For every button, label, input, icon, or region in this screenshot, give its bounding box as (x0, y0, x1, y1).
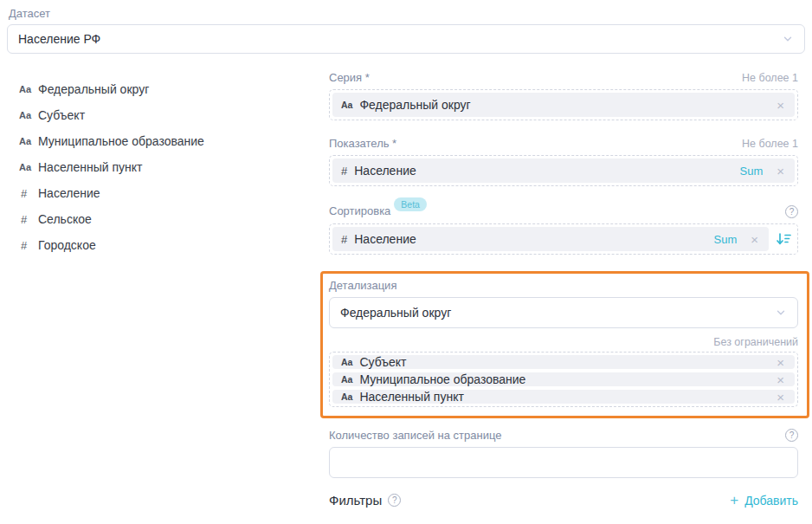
chip-label: Население (354, 232, 713, 246)
section-detail-highlighted: Детализация Федеральный округ Без ограни… (320, 271, 809, 418)
field-label: Субъект (38, 108, 85, 122)
measure-label: Показатель * (329, 137, 396, 150)
remove-icon[interactable] (749, 233, 760, 246)
detail-label: Детализация (329, 279, 798, 292)
help-icon[interactable] (785, 429, 798, 442)
field-label: Сельское (38, 212, 92, 226)
add-filter-button[interactable]: Добавить (730, 493, 798, 508)
string-type-icon: Aa (341, 391, 352, 402)
string-type-icon: Aa (341, 374, 352, 385)
chevron-down-icon (775, 307, 787, 319)
detail-chip-naselennyj-punkt[interactable]: Aa Населенный пункт (332, 390, 795, 404)
help-icon[interactable] (388, 494, 401, 507)
number-type-icon: # (341, 165, 347, 178)
dataset-label: Датасет (9, 7, 805, 20)
field-item-naselenie[interactable]: # Население (17, 180, 329, 206)
help-icon[interactable] (785, 205, 798, 218)
series-limit-hint: Не более 1 (742, 72, 798, 84)
sort-label: Сортировка (329, 204, 390, 217)
string-type-icon: Aa (341, 357, 352, 367)
measure-dropzone[interactable]: # Население Sum (329, 155, 798, 186)
number-type-icon: # (341, 233, 347, 246)
detail-select-value: Федеральный округ (340, 306, 775, 320)
number-type-icon: # (17, 239, 38, 252)
beta-badge: Beta (394, 197, 427, 211)
chip-label: Федеральный округ (359, 98, 775, 112)
remove-icon[interactable] (775, 165, 786, 178)
field-item-naselennyj-punkt[interactable]: Aa Населенный пункт (17, 154, 329, 180)
chart-config-panel: Датасет Население РФ Aa Федеральный окру… (0, 0, 812, 524)
chip-label: Население (354, 164, 739, 178)
section-sort: СортировкаBeta # Население Sum (329, 203, 798, 255)
chevron-down-icon (782, 33, 794, 45)
detail-dropzone[interactable]: Aa Субъект Aa Муниципальное образование … (329, 352, 798, 407)
chip-label: Муниципальное образование (359, 372, 775, 386)
string-type-icon: Aa (17, 110, 38, 120)
string-type-icon: Aa (341, 100, 352, 110)
number-type-icon: # (17, 187, 38, 200)
chip-label: Населенный пункт (359, 390, 775, 404)
section-measure: Показатель * Не более 1 # Население Sum (329, 137, 798, 186)
page-size-label: Количество записей на странице (329, 429, 501, 442)
section-filters: Фильтры Добавить (329, 493, 798, 508)
sort-chip[interactable]: # Население Sum (332, 227, 769, 251)
sort-descending-icon[interactable] (772, 232, 795, 246)
aggregation-badge[interactable]: Sum (740, 165, 764, 178)
remove-icon[interactable] (775, 391, 786, 404)
field-item-gorodskoe[interactable]: # Городское (17, 232, 329, 258)
remove-icon[interactable] (775, 373, 786, 386)
string-type-icon: Aa (17, 84, 38, 94)
section-page-size: Количество записей на странице (329, 429, 798, 478)
page-size-input[interactable] (329, 447, 798, 478)
field-item-municipalnoe-obrazovanie[interactable]: Aa Муниципальное образование (17, 128, 329, 154)
filters-label: Фильтры (329, 493, 382, 508)
detail-limit-hint: Без ограничений (329, 336, 798, 348)
field-label: Городское (38, 238, 96, 252)
field-label: Муниципальное образование (38, 134, 204, 148)
remove-icon[interactable] (775, 356, 786, 369)
measure-chip[interactable]: # Население Sum (332, 158, 795, 183)
section-series: Серия * Не более 1 Aa Федеральный округ (329, 71, 798, 120)
series-label: Серия * (329, 71, 370, 84)
dataset-select[interactable]: Население РФ (7, 24, 805, 54)
detail-level-select[interactable]: Федеральный округ (329, 297, 798, 328)
field-label: Население (38, 186, 100, 200)
config-sections: Серия * Не более 1 Aa Федеральный округ … (329, 69, 798, 508)
detail-chip-municipalnoe-obrazovanie[interactable]: Aa Муниципальное образование (332, 372, 795, 386)
series-dropzone[interactable]: Aa Федеральный округ (329, 89, 798, 120)
field-label: Населенный пункт (38, 160, 142, 174)
plus-icon (730, 493, 738, 508)
field-item-selskoe[interactable]: # Сельское (17, 206, 329, 232)
detail-chip-subekt[interactable]: Aa Субъект (332, 355, 795, 369)
string-type-icon: Aa (17, 162, 38, 172)
measure-limit-hint: Не более 1 (742, 138, 798, 150)
string-type-icon: Aa (17, 136, 38, 146)
remove-icon[interactable] (775, 99, 786, 112)
chip-label: Субъект (359, 355, 775, 369)
dataset-select-value: Население РФ (18, 32, 782, 46)
field-item-federalnyj-okrug[interactable]: Aa Федеральный округ (17, 76, 329, 102)
series-chip[interactable]: Aa Федеральный округ (332, 93, 795, 117)
add-filter-label: Добавить (744, 494, 798, 508)
aggregation-badge[interactable]: Sum (714, 233, 738, 246)
sort-dropzone[interactable]: # Население Sum (329, 223, 798, 255)
number-type-icon: # (17, 213, 38, 226)
field-label: Федеральный округ (38, 82, 149, 96)
field-item-subekt[interactable]: Aa Субъект (17, 102, 329, 128)
field-list: Aa Федеральный округ Aa Субъект Aa Муниц… (7, 69, 329, 508)
